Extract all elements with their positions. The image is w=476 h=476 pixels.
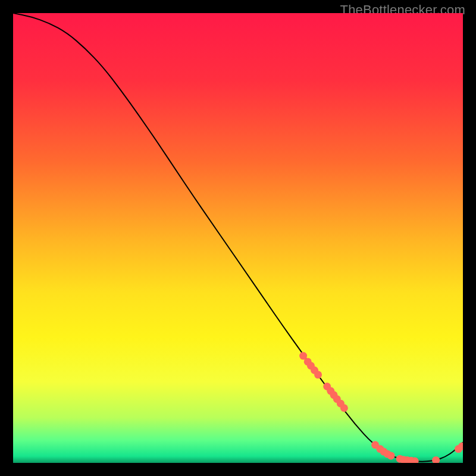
data-point [432,456,440,463]
plot-area [13,13,463,463]
data-point [340,404,348,412]
marker-layer [13,13,463,463]
data-point [387,452,395,459]
data-point [314,371,322,378]
chart-stage: TheBottlenecker.com [0,0,476,476]
